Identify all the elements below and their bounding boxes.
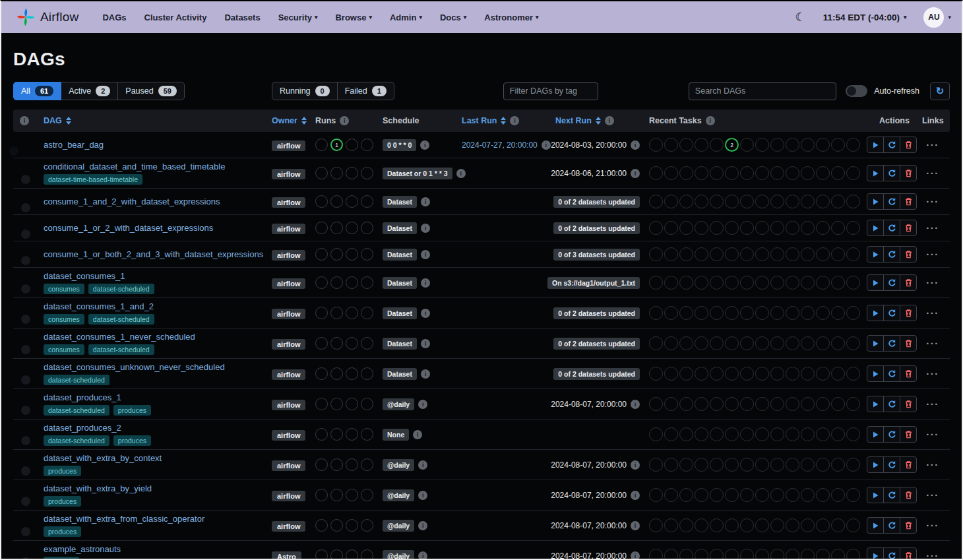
recent-task-circle[interactable] — [664, 306, 678, 320]
run-status-circle[interactable] — [346, 276, 358, 289]
dag-links-button[interactable]: ··· — [926, 223, 939, 233]
trigger-dag-button[interactable] — [867, 396, 884, 412]
owner-badge[interactable]: airflow — [272, 197, 305, 208]
run-status-circle[interactable] — [315, 549, 328, 560]
recent-task-circle[interactable] — [695, 221, 708, 235]
dag-links-button[interactable]: ··· — [926, 460, 939, 470]
recent-task-circle[interactable] — [679, 488, 693, 502]
recent-task-circle[interactable] — [801, 458, 815, 472]
recent-task-circle[interactable] — [664, 488, 678, 502]
trigger-dag-button[interactable] — [867, 220, 884, 236]
recent-task-circle[interactable] — [801, 138, 815, 152]
recent-task-circle[interactable] — [770, 549, 784, 560]
recent-task-circle[interactable] — [649, 367, 663, 381]
recent-task-circle[interactable] — [801, 488, 815, 502]
dag-tag[interactable]: dataset-scheduled — [88, 314, 154, 325]
recent-task-circle[interactable] — [786, 138, 799, 152]
recent-task-circle[interactable] — [816, 306, 830, 320]
recent-task-circle[interactable] — [740, 195, 754, 208]
reparse-dag-button[interactable] — [883, 396, 900, 412]
nav-item-docs[interactable]: Docs▾ — [440, 13, 466, 22]
search-input[interactable] — [689, 82, 836, 100]
recent-task-circle[interactable] — [755, 458, 769, 472]
run-status-circle[interactable] — [315, 248, 328, 261]
run-status-circle[interactable] — [346, 139, 358, 151]
recent-task-circle[interactable] — [755, 195, 769, 208]
run-status-circle[interactable] — [315, 222, 328, 234]
dag-links-button[interactable]: ··· — [926, 429, 939, 439]
run-status-circle[interactable] — [346, 398, 358, 410]
recent-task-circle[interactable] — [740, 166, 754, 180]
recent-task-circle[interactable] — [725, 336, 739, 350]
theme-toggle-moon-icon[interactable]: ☾ — [795, 11, 805, 23]
run-status-circle[interactable] — [315, 398, 328, 410]
recent-task-circle[interactable] — [740, 336, 754, 350]
recent-task-circle[interactable] — [695, 336, 708, 350]
recent-task-circle[interactable] — [786, 458, 799, 472]
recent-task-circle[interactable] — [755, 306, 769, 320]
recent-task-circle[interactable] — [679, 518, 693, 532]
dag-name-link[interactable]: dataset_with_extra_by_context — [44, 453, 162, 463]
reparse-dag-button[interactable] — [883, 487, 900, 503]
recent-task-circle[interactable] — [725, 367, 739, 381]
recent-task-circle[interactable] — [740, 306, 754, 320]
recent-task-circle[interactable] — [831, 247, 845, 261]
dag-links-button[interactable]: ··· — [926, 338, 939, 348]
header-last-run[interactable]: Last Runi — [462, 116, 555, 125]
recent-task-circle[interactable] — [740, 221, 754, 235]
run-status-circle[interactable] — [315, 195, 328, 208]
reparse-dag-button[interactable] — [883, 335, 900, 352]
dag-name-link[interactable]: dataset_consumes_1_and_2 — [44, 301, 154, 311]
run-status-circle[interactable] — [361, 195, 373, 208]
dag-tag[interactable]: consumes — [44, 344, 84, 355]
recent-task-circle[interactable] — [740, 397, 754, 411]
run-status-circle[interactable] — [361, 549, 373, 560]
recent-task-circle[interactable] — [816, 221, 830, 235]
recent-task-circle[interactable] — [770, 195, 784, 208]
run-status-circle[interactable] — [346, 489, 358, 501]
run-status-circle[interactable] — [361, 337, 373, 350]
recent-task-circle[interactable] — [816, 276, 830, 290]
recent-task-circle[interactable] — [770, 221, 784, 235]
dag-links-button[interactable]: ··· — [926, 551, 939, 560]
recent-task-circle[interactable] — [710, 195, 724, 208]
owner-badge[interactable]: airflow — [272, 400, 305, 410]
nav-item-admin[interactable]: Admin▾ — [390, 13, 422, 22]
recent-task-circle[interactable] — [679, 549, 693, 560]
owner-badge[interactable]: airflow — [272, 369, 305, 380]
dag-links-button[interactable]: ··· — [926, 278, 939, 288]
recent-task-circle[interactable] — [695, 427, 708, 441]
recent-task-circle[interactable] — [786, 427, 799, 441]
timezone-selector[interactable]: 11:54 EDT (-04:00) ▾ — [823, 13, 907, 22]
dag-links-button[interactable]: ··· — [926, 369, 939, 379]
recent-task-circle[interactable] — [664, 518, 678, 532]
recent-task-circle[interactable] — [695, 306, 708, 320]
dag-name-link[interactable]: consume_1_or_2_with_dataset_expressions — [44, 223, 213, 233]
recent-task-circle[interactable] — [649, 166, 663, 180]
recent-task-circle[interactable] — [770, 166, 784, 180]
run-status-circle[interactable] — [315, 167, 328, 179]
trigger-dag-button[interactable] — [867, 426, 884, 443]
recent-task-circle[interactable] — [649, 549, 663, 560]
trigger-dag-button[interactable] — [867, 335, 884, 352]
recent-task-circle[interactable] — [755, 166, 769, 180]
recent-task-circle[interactable] — [846, 367, 860, 381]
tag-filter-input[interactable] — [503, 82, 598, 100]
recent-task-circle[interactable] — [710, 306, 724, 320]
reparse-dag-button[interactable] — [883, 246, 900, 263]
recent-task-circle[interactable] — [816, 488, 830, 502]
reparse-dag-button[interactable] — [883, 305, 900, 321]
recent-task-circle[interactable] — [725, 221, 739, 235]
recent-task-circle[interactable] — [755, 488, 769, 502]
run-status-circle[interactable] — [330, 519, 343, 532]
recent-task-circle[interactable] — [846, 306, 860, 320]
recent-task-circle[interactable] — [786, 221, 799, 235]
run-status-circle[interactable] — [361, 428, 373, 441]
recent-task-circle[interactable] — [786, 276, 799, 290]
header-owner[interactable]: Owner — [272, 116, 315, 125]
recent-task-circle[interactable] — [664, 367, 678, 381]
dag-tag[interactable]: produces — [44, 496, 81, 507]
run-status-circle[interactable] — [315, 337, 328, 350]
reparse-dag-button[interactable] — [883, 517, 900, 534]
recent-task-circle[interactable] — [786, 195, 799, 208]
